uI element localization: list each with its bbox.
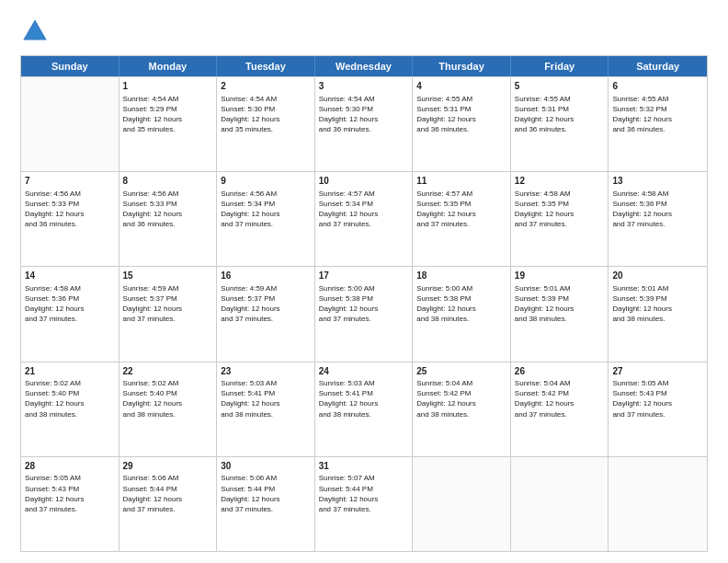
day-number: 4 [416,80,506,93]
day-number: 1 [123,80,213,93]
day-info: Sunrise: 4:58 AM Sunset: 5:36 PM Dayligh… [612,189,703,230]
table-row: 30Sunrise: 5:06 AM Sunset: 5:44 PM Dayli… [217,457,315,551]
table-row: 17Sunrise: 5:00 AM Sunset: 5:38 PM Dayli… [315,267,414,361]
calendar-body: 1Sunrise: 4:54 AM Sunset: 5:29 PM Daylig… [21,76,707,551]
day-number: 27 [612,365,703,378]
calendar-header: SundayMondayTuesdayWednesdayThursdayFrid… [21,56,707,76]
table-row: 29Sunrise: 5:06 AM Sunset: 5:44 PM Dayli… [119,457,218,551]
day-number: 31 [319,460,409,473]
table-row: 11Sunrise: 4:57 AM Sunset: 5:35 PM Dayli… [413,172,511,266]
day-info: Sunrise: 4:56 AM Sunset: 5:33 PM Dayligh… [25,189,115,230]
header-day-thursday: Thursday [413,56,511,76]
table-row: 20Sunrise: 5:01 AM Sunset: 5:39 PM Dayli… [609,267,707,361]
day-info: Sunrise: 5:01 AM Sunset: 5:39 PM Dayligh… [612,283,703,325]
logo-icon [20,17,50,46]
table-row: 15Sunrise: 4:59 AM Sunset: 5:37 PM Dayli… [119,267,218,361]
table-row: 23Sunrise: 5:03 AM Sunset: 5:41 PM Dayli… [217,362,315,456]
table-row: 26Sunrise: 5:04 AM Sunset: 5:42 PM Dayli… [511,362,609,456]
day-info: Sunrise: 4:58 AM Sunset: 5:36 PM Dayligh… [25,283,115,325]
day-number: 10 [319,175,409,188]
day-info: Sunrise: 4:56 AM Sunset: 5:33 PM Dayligh… [123,189,213,230]
day-info: Sunrise: 5:06 AM Sunset: 5:44 PM Dayligh… [123,473,213,514]
day-info: Sunrise: 5:05 AM Sunset: 5:43 PM Dayligh… [612,378,703,419]
day-number: 6 [612,80,703,93]
day-number: 22 [123,365,213,378]
page: SundayMondayTuesdayWednesdayThursdayFrid… [0,0,728,563]
day-info: Sunrise: 4:59 AM Sunset: 5:37 PM Dayligh… [221,283,311,325]
logo [20,17,55,46]
day-info: Sunrise: 4:58 AM Sunset: 5:35 PM Dayligh… [515,189,605,230]
table-row: 18Sunrise: 5:00 AM Sunset: 5:38 PM Dayli… [413,267,511,361]
table-row: 8Sunrise: 4:56 AM Sunset: 5:33 PM Daylig… [119,172,218,266]
day-info: Sunrise: 5:04 AM Sunset: 5:42 PM Dayligh… [416,378,506,419]
header-day-friday: Friday [511,56,609,76]
table-row: 3Sunrise: 4:54 AM Sunset: 5:30 PM Daylig… [315,77,414,171]
day-info: Sunrise: 5:03 AM Sunset: 5:41 PM Dayligh… [319,378,409,419]
day-info: Sunrise: 5:03 AM Sunset: 5:41 PM Dayligh… [221,378,311,419]
header [20,17,708,46]
day-info: Sunrise: 4:54 AM Sunset: 5:30 PM Dayligh… [221,94,311,135]
table-row: 2Sunrise: 4:54 AM Sunset: 5:30 PM Daylig… [217,77,315,171]
table-row: 4Sunrise: 4:55 AM Sunset: 5:31 PM Daylig… [413,77,511,171]
day-info: Sunrise: 5:05 AM Sunset: 5:43 PM Dayligh… [25,473,115,514]
table-row [21,77,119,171]
day-number: 14 [25,270,115,282]
day-number: 30 [221,460,311,473]
table-row: 16Sunrise: 4:59 AM Sunset: 5:37 PM Dayli… [217,267,315,361]
table-row: 25Sunrise: 5:04 AM Sunset: 5:42 PM Dayli… [413,362,511,456]
table-row: 6Sunrise: 4:55 AM Sunset: 5:32 PM Daylig… [609,77,707,171]
day-number: 8 [123,175,213,188]
day-info: Sunrise: 5:07 AM Sunset: 5:44 PM Dayligh… [319,473,409,514]
table-row: 9Sunrise: 4:56 AM Sunset: 5:34 PM Daylig… [217,172,315,266]
table-row: 28Sunrise: 5:05 AM Sunset: 5:43 PM Dayli… [21,457,119,551]
calendar-row-2: 7Sunrise: 4:56 AM Sunset: 5:33 PM Daylig… [21,171,707,266]
table-row: 19Sunrise: 5:01 AM Sunset: 5:39 PM Dayli… [511,267,609,361]
table-row [413,457,511,551]
table-row: 27Sunrise: 5:05 AM Sunset: 5:43 PM Dayli… [609,362,707,456]
day-number: 11 [416,175,506,188]
day-info: Sunrise: 5:00 AM Sunset: 5:38 PM Dayligh… [319,283,409,325]
day-number: 23 [221,365,311,378]
day-info: Sunrise: 4:55 AM Sunset: 5:31 PM Dayligh… [416,94,506,135]
day-number: 15 [123,270,213,282]
table-row: 10Sunrise: 4:57 AM Sunset: 5:34 PM Dayli… [315,172,414,266]
day-number: 7 [25,175,115,188]
table-row: 24Sunrise: 5:03 AM Sunset: 5:41 PM Dayli… [315,362,414,456]
day-info: Sunrise: 4:54 AM Sunset: 5:30 PM Dayligh… [319,94,409,135]
day-info: Sunrise: 5:02 AM Sunset: 5:40 PM Dayligh… [25,378,115,419]
table-row: 13Sunrise: 4:58 AM Sunset: 5:36 PM Dayli… [609,172,707,266]
header-day-monday: Monday [119,56,218,76]
day-number: 26 [515,365,605,378]
day-number: 25 [416,365,506,378]
day-info: Sunrise: 4:54 AM Sunset: 5:29 PM Dayligh… [123,94,213,135]
table-row: 5Sunrise: 4:55 AM Sunset: 5:31 PM Daylig… [511,77,609,171]
day-info: Sunrise: 5:04 AM Sunset: 5:42 PM Dayligh… [515,378,605,419]
day-info: Sunrise: 4:57 AM Sunset: 5:34 PM Dayligh… [319,189,409,230]
day-number: 29 [123,460,213,473]
day-info: Sunrise: 5:02 AM Sunset: 5:40 PM Dayligh… [123,378,213,419]
calendar-row-5: 28Sunrise: 5:05 AM Sunset: 5:43 PM Dayli… [21,456,707,551]
table-row: 14Sunrise: 4:58 AM Sunset: 5:36 PM Dayli… [21,267,119,361]
day-info: Sunrise: 4:59 AM Sunset: 5:37 PM Dayligh… [123,283,213,325]
header-day-wednesday: Wednesday [315,56,414,76]
day-number: 2 [221,80,311,93]
day-number: 19 [515,270,605,282]
day-number: 24 [319,365,409,378]
day-number: 18 [416,270,506,282]
table-row: 12Sunrise: 4:58 AM Sunset: 5:35 PM Dayli… [511,172,609,266]
table-row: 31Sunrise: 5:07 AM Sunset: 5:44 PM Dayli… [315,457,414,551]
day-info: Sunrise: 5:01 AM Sunset: 5:39 PM Dayligh… [515,283,605,325]
calendar-row-3: 14Sunrise: 4:58 AM Sunset: 5:36 PM Dayli… [21,266,707,361]
day-info: Sunrise: 4:57 AM Sunset: 5:35 PM Dayligh… [416,189,506,230]
day-number: 3 [319,80,409,93]
calendar-row-1: 1Sunrise: 4:54 AM Sunset: 5:29 PM Daylig… [21,76,707,171]
day-number: 16 [221,270,311,282]
table-row: 22Sunrise: 5:02 AM Sunset: 5:40 PM Dayli… [119,362,218,456]
day-info: Sunrise: 4:55 AM Sunset: 5:32 PM Dayligh… [612,94,703,135]
table-row: 1Sunrise: 4:54 AM Sunset: 5:29 PM Daylig… [119,77,218,171]
table-row [609,457,707,551]
day-info: Sunrise: 5:06 AM Sunset: 5:44 PM Dayligh… [221,473,311,514]
day-number: 21 [25,365,115,378]
table-row: 21Sunrise: 5:02 AM Sunset: 5:40 PM Dayli… [21,362,119,456]
calendar-row-4: 21Sunrise: 5:02 AM Sunset: 5:40 PM Dayli… [21,362,707,456]
